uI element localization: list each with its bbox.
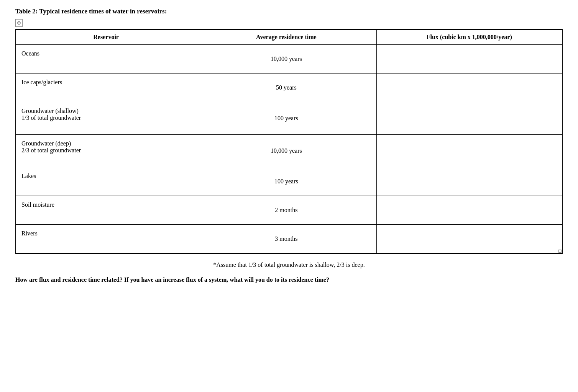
page-title: Table 2: Typical residence times of wate… xyxy=(15,8,563,15)
reservoir-groundwater-shallow: Groundwater (shallow) 1/3 of total groun… xyxy=(16,102,196,135)
col-residence-time: Average residence time xyxy=(196,30,376,45)
reservoir-line1: Groundwater (shallow) xyxy=(21,108,79,114)
residence-time-groundwater-deep: 10,000 years xyxy=(196,135,376,167)
flux-ice-caps xyxy=(376,74,562,102)
reservoir-oceans: Oceans xyxy=(16,45,196,74)
table-wrapper: Reservoir Average residence time Flux (c… xyxy=(15,29,563,254)
reservoir-line2-deep: 2/3 of total groundwater xyxy=(21,147,81,154)
reservoir-rivers: Rivers xyxy=(16,225,196,253)
col-flux: Flux (cubic km x 1,000,000/year) xyxy=(376,30,562,45)
table-header-row: Reservoir Average residence time Flux (c… xyxy=(16,30,562,45)
reservoir-table: Reservoir Average residence time Flux (c… xyxy=(16,29,562,253)
table-row: Groundwater (deep) 2/3 of total groundwa… xyxy=(16,135,562,167)
table-row: Ice caps/glaciers 50 years xyxy=(16,74,562,102)
reservoir-groundwater-deep: Groundwater (deep) 2/3 of total groundwa… xyxy=(16,135,196,167)
flux-rivers xyxy=(376,225,562,253)
table-row: Lakes 100 years xyxy=(16,167,562,196)
residence-time-oceans: 10,000 years xyxy=(196,45,376,74)
flux-groundwater-shallow xyxy=(376,102,562,135)
reservoir-lakes: Lakes xyxy=(16,167,196,196)
resize-handle[interactable] xyxy=(558,250,562,253)
table-row: Rivers 3 months xyxy=(16,225,562,253)
residence-time-soil-moisture: 2 months xyxy=(196,196,376,225)
table-row: Soil moisture 2 months xyxy=(16,196,562,225)
flux-soil-moisture xyxy=(376,196,562,225)
reservoir-ice-caps: Ice caps/glaciers xyxy=(16,74,196,102)
col-reservoir: Reservoir xyxy=(16,30,196,45)
flux-oceans xyxy=(376,45,562,74)
residence-time-lakes: 100 years xyxy=(196,167,376,196)
residence-time-ice-caps: 50 years xyxy=(196,74,376,102)
flux-groundwater-deep xyxy=(376,135,562,167)
reservoir-soil-moisture: Soil moisture xyxy=(16,196,196,225)
footnote: *Assume that 1/3 of total groundwater is… xyxy=(15,261,563,268)
table-row: Oceans 10,000 years xyxy=(16,45,562,74)
move-handle[interactable]: ⊕ xyxy=(15,19,23,27)
residence-time-rivers: 3 months xyxy=(196,225,376,253)
table-row: Groundwater (shallow) 1/3 of total groun… xyxy=(16,102,562,135)
reservoir-line1-deep: Groundwater (deep) xyxy=(21,140,71,147)
residence-time-groundwater-shallow: 100 years xyxy=(196,102,376,135)
flux-lakes xyxy=(376,167,562,196)
question: How are flux and residence time related?… xyxy=(15,275,563,284)
reservoir-line2: 1/3 of total groundwater xyxy=(21,114,81,121)
